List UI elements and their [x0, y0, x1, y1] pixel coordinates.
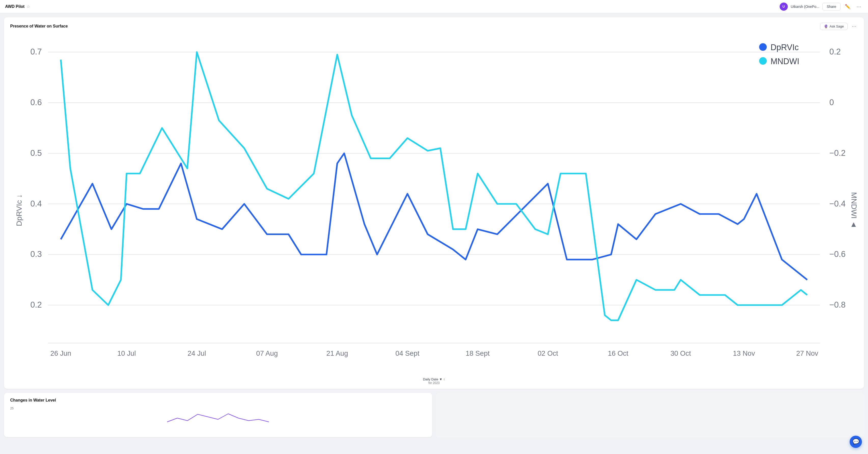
- right-panel: [436, 393, 864, 437]
- svg-text:02 Oct: 02 Oct: [537, 350, 558, 357]
- svg-text:18 Sept: 18 Sept: [466, 350, 490, 357]
- svg-text:30 Oct: 30 Oct: [671, 350, 691, 357]
- svg-point-35: [759, 57, 767, 65]
- chat-icon: 💬: [852, 438, 859, 441]
- main-content: Presence of Water on Surface 🔮 Ask Sage …: [0, 13, 868, 441]
- svg-text:10 Jul: 10 Jul: [117, 350, 136, 357]
- svg-text:0: 0: [829, 98, 834, 107]
- svg-text:24 Jul: 24 Jul: [187, 350, 206, 357]
- presence-chart-header: Presence of Water on Surface 🔮 Ask Sage …: [10, 22, 858, 30]
- app-header: AWD Pilot ☆ U Utkarsh (OnePo... Share ✏️…: [0, 0, 868, 13]
- svg-text:0.5: 0.5: [30, 148, 42, 158]
- chart-more-button[interactable]: ⋯: [850, 22, 858, 30]
- share-button[interactable]: Share: [823, 3, 840, 10]
- chart-actions: 🔮 Ask Sage ⋯: [820, 22, 858, 30]
- svg-text:−0.4: −0.4: [829, 199, 846, 208]
- svg-text:0.4: 0.4: [30, 199, 42, 208]
- x-axis-label[interactable]: Daily Date ▼ ↑: [423, 377, 445, 381]
- svg-text:−0.2: −0.2: [829, 148, 846, 158]
- presence-water-card: Presence of Water on Surface 🔮 Ask Sage …: [4, 17, 864, 389]
- chart-footer: Daily Date ▼ ↑: [10, 377, 858, 381]
- chart-footer-sub: for 2023: [10, 381, 858, 385]
- header-right: U Utkarsh (OnePo... Share ✏️ ⋯: [780, 3, 863, 11]
- svg-text:0.2: 0.2: [829, 47, 841, 56]
- svg-point-33: [759, 43, 767, 51]
- presence-chart-container: 0.7 0.6 0.5 0.4 0.3 0.2 DpRVIc ↓ 0.2 0 −…: [10, 33, 858, 376]
- svg-text:04 Sept: 04 Sept: [396, 350, 420, 357]
- more-options-icon[interactable]: ⋯: [855, 3, 863, 11]
- svg-text:26 Jun: 26 Jun: [51, 350, 71, 357]
- presence-chart-svg: 0.7 0.6 0.5 0.4 0.3 0.2 DpRVIc ↓ 0.2 0 −…: [10, 33, 858, 375]
- header-left: AWD Pilot ☆: [5, 4, 30, 9]
- water-level-svg: [10, 406, 426, 432]
- svg-text:16 Oct: 16 Oct: [608, 350, 628, 357]
- water-level-card: Changes in Water Level 25: [4, 393, 432, 437]
- svg-text:0.7: 0.7: [30, 47, 42, 56]
- svg-text:−0.6: −0.6: [829, 249, 846, 259]
- svg-text:21 Aug: 21 Aug: [327, 350, 348, 357]
- avatar: U: [780, 3, 788, 11]
- svg-text:0.3: 0.3: [30, 249, 42, 259]
- ask-sage-button[interactable]: 🔮 Ask Sage: [820, 23, 848, 30]
- svg-text:MNDWI ◄: MNDWI ◄: [850, 192, 858, 229]
- sage-icon: 🔮: [824, 25, 828, 28]
- user-name: Utkarsh (OnePo...: [791, 5, 819, 9]
- water-level-title: Changes in Water Level: [10, 398, 56, 402]
- svg-text:DpRVIc: DpRVIc: [771, 43, 799, 52]
- svg-text:DpRVIc ↓: DpRVIc ↓: [15, 194, 23, 226]
- favorite-icon[interactable]: ☆: [27, 4, 30, 9]
- app-title: AWD Pilot: [5, 4, 25, 9]
- svg-text:0.6: 0.6: [30, 98, 42, 107]
- bottom-section: Changes in Water Level 25: [4, 393, 864, 437]
- svg-text:27 Nov: 27 Nov: [796, 350, 818, 357]
- water-level-y-tick: 25: [10, 406, 13, 410]
- edit-icon[interactable]: ✏️: [843, 3, 852, 11]
- presence-chart-title: Presence of Water on Surface: [10, 24, 68, 29]
- svg-text:13 Nov: 13 Nov: [733, 350, 755, 357]
- svg-text:07 Aug: 07 Aug: [256, 350, 278, 357]
- svg-text:0.2: 0.2: [30, 300, 42, 309]
- svg-text:−0.8: −0.8: [829, 300, 846, 309]
- svg-text:MNDWI: MNDWI: [771, 57, 799, 66]
